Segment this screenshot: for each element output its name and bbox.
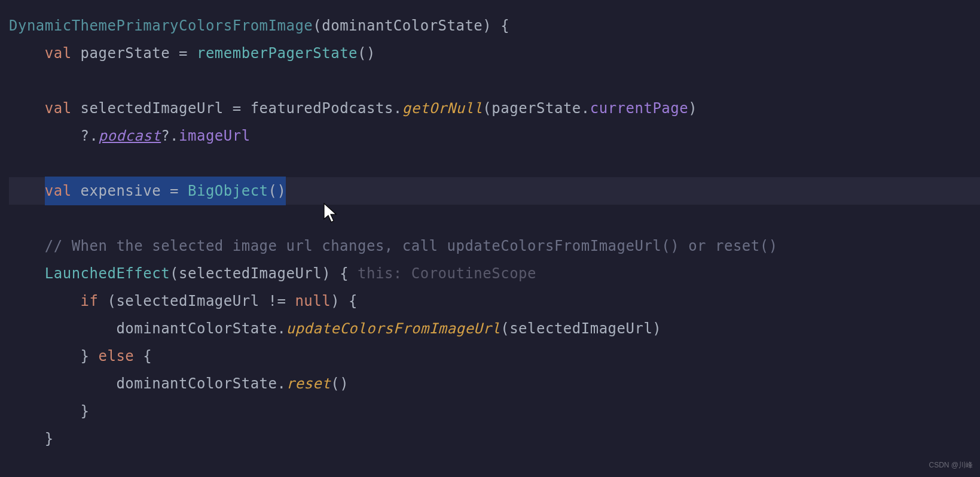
code-line[interactable]: DynamicThemePrimaryColorsFromImage(domin… <box>9 12 980 40</box>
dot: . <box>277 370 286 398</box>
variable-name: pagerState <box>81 40 170 68</box>
space <box>72 95 81 123</box>
blank-line <box>9 150 980 177</box>
code-line[interactable]: val pagerState = rememberPagerState() <box>9 40 980 67</box>
brace-close: } <box>81 342 99 370</box>
keyword-val: val <box>45 183 72 199</box>
paren-open: ( <box>483 95 491 123</box>
dot: . <box>277 315 286 343</box>
watermark-text: CSDN @川峰 <box>929 458 973 472</box>
argument: selectedImageUrl <box>509 315 652 343</box>
code-line[interactable]: // When the selected image url changes, … <box>9 232 980 260</box>
dot: . <box>581 95 590 123</box>
code-line[interactable]: dominantColorState.reset() <box>9 370 980 397</box>
object-name: dominantColorState <box>116 315 277 343</box>
dot: . <box>393 95 402 123</box>
method-call: getOrNull <box>402 95 483 123</box>
safe-call: ?. <box>161 122 179 150</box>
null-literal: null <box>295 287 331 315</box>
keyword-val: val <box>45 40 72 68</box>
function-call: LaunchedEffect <box>45 260 170 288</box>
keyword-else: else <box>99 342 135 370</box>
method-call: updateColorsFromImageUrl <box>286 315 500 343</box>
indent <box>9 370 116 398</box>
text-selection: val expensive = BigObject() <box>45 177 286 206</box>
method-call: reset <box>286 370 331 398</box>
indent <box>9 122 81 150</box>
paren-brace: ) { <box>331 287 358 315</box>
parens: () <box>331 370 349 398</box>
code-line[interactable]: } <box>9 425 980 452</box>
safe-call: ?. <box>81 122 99 150</box>
code-line[interactable]: LaunchedEffect(selectedImageUrl) { this:… <box>9 260 980 287</box>
property-podcast: podcast <box>99 122 161 150</box>
blank-line <box>9 67 980 95</box>
indent <box>9 425 45 453</box>
code-line[interactable]: } <box>9 397 980 425</box>
function-call: rememberPagerState <box>197 40 358 68</box>
code-line[interactable]: } else { <box>9 342 980 370</box>
indent <box>9 397 81 426</box>
function-name: DynamicThemePrimaryColorsFromImage <box>9 12 313 40</box>
code-line[interactable]: if (selectedImageUrl != null) { <box>9 287 980 315</box>
code-line[interactable]: dominantColorState.updateColorsFromImage… <box>9 315 980 342</box>
brace-close: } <box>81 397 90 426</box>
blank-line <box>9 205 980 232</box>
inline-hint: this: CoroutineScope <box>358 260 536 288</box>
argument: pagerState <box>491 95 581 123</box>
indent <box>9 177 45 205</box>
equals: = <box>170 40 197 68</box>
equals: = <box>224 95 251 123</box>
property-imageurl: imageUrl <box>179 122 251 150</box>
code-line-selected[interactable]: val expensive = BigObject() <box>9 177 980 205</box>
keyword-if: if <box>81 287 99 315</box>
indent <box>9 232 45 260</box>
brace-open: { <box>134 342 152 370</box>
space <box>72 40 81 68</box>
code-editor[interactable]: DynamicThemePrimaryColorsFromImage(domin… <box>9 12 980 452</box>
indent <box>9 40 45 68</box>
function-call: BigObject <box>188 183 268 199</box>
paren-close-brace: ) { <box>483 12 509 40</box>
keyword-val: val <box>45 95 72 123</box>
comment: // When the selected image url changes, … <box>45 232 778 260</box>
indent <box>9 95 45 123</box>
parens: () <box>358 40 375 68</box>
brace-close: } <box>45 425 54 453</box>
code-line[interactable]: val selectedImageUrl = featuredPodcasts.… <box>9 95 980 122</box>
paren-close: ) <box>688 95 697 123</box>
object-name: dominantColorState <box>116 370 277 398</box>
paren-open: ( <box>170 260 179 288</box>
code-line[interactable]: ?.podcast?.imageUrl <box>9 122 980 150</box>
equals: = <box>161 183 188 199</box>
indent <box>9 342 81 370</box>
argument: selectedImageUrl <box>179 260 322 288</box>
condition: (selectedImageUrl != <box>99 287 295 315</box>
indent <box>9 315 116 343</box>
parameter: dominantColorState <box>322 12 483 40</box>
paren-open: ( <box>313 12 322 40</box>
space <box>72 183 81 199</box>
indent <box>9 287 81 315</box>
paren-open: ( <box>500 315 509 343</box>
property: currentPage <box>590 95 688 123</box>
parens: () <box>268 183 286 199</box>
variable-name: selectedImageUrl <box>81 95 224 123</box>
paren-close: ) <box>652 315 661 343</box>
paren-close-brace: ) { <box>322 260 358 288</box>
indent <box>9 260 45 288</box>
variable-name: expensive <box>81 183 161 199</box>
object-name: featuredPodcasts <box>251 95 393 123</box>
